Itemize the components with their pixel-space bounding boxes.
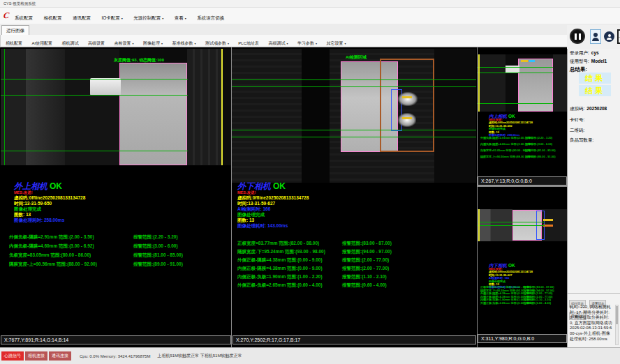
measurement-value: 隔膜宽度-上=90.56mm 范围:(88.00 - 92.00) (9, 261, 133, 271)
model-field: 使用型号: Model1 (570, 59, 619, 65)
toolbar-item[interactable]: 图像处理 ▾ (143, 40, 163, 47)
frame-count: 图数: 13 (237, 218, 309, 223)
toolbar-item[interactable]: 高级设置 ▾ (88, 40, 105, 47)
menu-item[interactable]: 查看 ▾ (175, 15, 186, 22)
menu-item[interactable]: 光源控制配置 ▾ (133, 15, 163, 22)
process-done: 图像处理完成 (14, 206, 85, 212)
toolbar-item[interactable]: 基准线参数 ▾ (172, 40, 195, 47)
user-icon (593, 33, 598, 37)
alarm-range: 报警范围:(83.00 - 87.00) (342, 241, 392, 249)
small-top-coordinate-bar: X:267,Y:13;R:0,G:0,B:0 (478, 176, 567, 185)
measurement-value: 外侧负极-隔膜=2.91mm 范围:(2.00 - 3.50) (480, 136, 525, 142)
weld-spot (398, 92, 418, 106)
toolbar-item[interactable]: 相机调试 ▾ (62, 40, 79, 47)
capture-time: 时间:13-31-59-650 (14, 201, 85, 206)
measurement-row: 内侧负极-隔膜=4.60mm 范围:(3.00 - 6.92) 报警范围:(3.… (9, 243, 227, 252)
measurement-value: 内侧正极-隔膜=4.38mm 范围:(0.00 - 9.00) (237, 266, 342, 274)
measurement-row: 外侧负极-隔膜=2.91mm 范围:(2.00 - 3.50) 报警范围:(2.… (9, 234, 227, 243)
measurement-value: 外侧正极-负极=2.65mm 范围:(0.60 - 4.00) (480, 302, 524, 305)
status-bar: 心跳信号 相机连接 通讯连接 Cpu: 0.0% Memory: 3424.41… (0, 347, 620, 364)
measurement-row: 内侧正极-负极=1.90mm 范围:(1.00 - 2.20) 报警范围:(1.… (237, 274, 471, 282)
toolbar-item[interactable]: 相机配置 ▾ (6, 40, 22, 47)
toolbar-item-label: PLC地址表 (238, 40, 259, 47)
camera-link-badge: 相机连接 (25, 351, 47, 361)
menu-item[interactable]: 系统语言切换 ▾ (197, 15, 224, 22)
login-user-label: 登录用户: (570, 50, 589, 56)
alarm-range: 报警范围:(2.00 - 77.00) (342, 266, 389, 274)
measurement-value: 隔膜宽度-下=95.24mm 范围:(93.00 - 98.00) (237, 249, 342, 257)
toolbar-item[interactable]: 高级调试 ▾ (268, 40, 288, 47)
virtual-code: 虚拟码:0ffline20250208133134728 (14, 195, 85, 201)
user-account-button[interactable] (604, 31, 614, 42)
dropdown-arrow-icon: ▾ (161, 42, 163, 45)
pause-button[interactable] (570, 29, 585, 44)
toolbar-item[interactable]: 测试项参数 ▾ (205, 40, 229, 47)
process-elapsed: 图像处理耗时: 143.00ms (237, 223, 309, 229)
pause-icon (575, 33, 577, 40)
annotation-mark (543, 219, 553, 221)
measurement-value: 内侧负极-隔膜=4.60mm 范围:(3.00 - 6.92) (480, 142, 525, 149)
dropdown-arrow-icon: ▾ (121, 17, 123, 20)
reference-line (478, 209, 480, 241)
menu-item[interactable]: 通讯配置 ▾ (73, 15, 91, 22)
result-status: OK (508, 263, 515, 268)
menu-item[interactable]: IO卡配置 ▾ (101, 15, 122, 22)
log-scrollbar-thumb[interactable] (616, 306, 618, 324)
measurement-value: 隔膜宽度-上=90.56mm 范围:(88.00 - 92.00) (480, 155, 525, 161)
menu-item-label: 查看 (175, 15, 184, 22)
measurement-row: 内侧正极-隔膜=4.38mm 范围:(0.00 - 9.00) 报警范围:(2.… (237, 266, 471, 274)
left-camera-image[interactable]: 灰度阈值:93, 动态阈值:100 (1, 49, 231, 165)
result-status: OK (50, 181, 62, 191)
log-scrollbar[interactable] (615, 305, 619, 345)
view-separator (478, 185, 567, 187)
toolbar-item[interactable]: PLC地址表 ▾ (238, 40, 259, 47)
menu-item[interactable]: 相机配置 ▾ (43, 15, 61, 22)
toolbar-item-label: 图像处理 (143, 40, 160, 47)
measurement-row: 隔膜宽度-下=95.24mm 范围:(93.00 - 98.00) 报警范围:(… (237, 249, 471, 257)
toolbar-items: 相机配置 ▾ AI使用配置 ▾ 相机调试 ▾ 高级设置 ▾ 点检设置 ▾ (6, 35, 352, 47)
dropdown-arrow-icon: ▾ (132, 42, 133, 45)
dropdown-arrow-icon: ▾ (185, 17, 186, 20)
toolbar-item-label: 点检设置 (114, 40, 131, 47)
qr-code-label: 二维码: (570, 128, 584, 134)
left-measurements: 外侧负极-隔膜=2.91mm 范围:(2.00 - 3.50) 报警范围:(2.… (9, 234, 227, 271)
measure-line (478, 73, 553, 73)
pin-number-label: 卡针号: (570, 117, 584, 123)
menu-item[interactable]: 系统配置 ▾ (15, 15, 33, 22)
middle-camera-image[interactable]: AI检测区域 (232, 49, 476, 183)
virtual-code: 虚拟码:0ffline20250208133134728 (237, 195, 309, 201)
ai-region-label: AI检测区域 (346, 54, 367, 61)
alarm-range: 报警范围:(81.00 - 85.00) (525, 149, 556, 155)
dropdown-arrow-icon: ▾ (286, 42, 288, 45)
small-top-camera-image[interactable] (478, 54, 567, 112)
frame-count: 图数: 13 (14, 212, 85, 218)
toolbar-item-label: 高级设置 (88, 40, 105, 47)
measure-line (232, 79, 476, 80)
camera-trigger-status: 上相机51M软触发正常 下相机51M软触发正常 (157, 353, 242, 359)
small-bottom-camera-image[interactable] (478, 209, 567, 241)
login-user-field: 登录用户: cys (570, 50, 619, 56)
measure-line (1, 95, 188, 96)
annotation-mark (402, 117, 412, 119)
pause-icon (579, 33, 581, 40)
toolbar-item[interactable]: 点检设置 ▾ (114, 40, 133, 47)
toolbar-item[interactable]: 其它设置 ▾ (326, 40, 346, 47)
small-bottom-measurements: 正极宽度=83.77mm 范围:(82.00 - 88.00) 报警范围:(83… (480, 286, 566, 305)
user-switch-button[interactable] (590, 29, 601, 44)
alarm-range: 报警范围:(3.00 - 6.00) (133, 243, 178, 252)
left-result-block: 外上相机OK MES:发送! 虚拟码:0ffline20250208133134… (14, 181, 85, 223)
image-background-band (553, 54, 567, 112)
left-coordinate-bar: X:7677,Y:891;R:14,G:14,B:14 (1, 335, 231, 344)
toolbar-item-label: 相机调试 (62, 40, 79, 47)
toolbar-item[interactable]: AI使用配置 ▾ (31, 40, 52, 47)
middle-measurements: 正极宽度=83.77mm 范围:(82.00 - 88.00) 报警范围:(83… (237, 241, 471, 291)
write-count-field: 良品写数量: (570, 137, 619, 144)
image-background-band (26, 49, 65, 165)
exit-button[interactable]: → (617, 29, 620, 44)
annotation-mark (402, 96, 412, 98)
alarm-range: 报警范围:(1.10 - 2.10) (342, 274, 387, 282)
reference-line (478, 54, 480, 112)
result-status: OK (273, 181, 286, 191)
exit-door-icon: → (617, 33, 620, 40)
toolbar-item[interactable]: 学习参数 ▾ (297, 40, 317, 47)
